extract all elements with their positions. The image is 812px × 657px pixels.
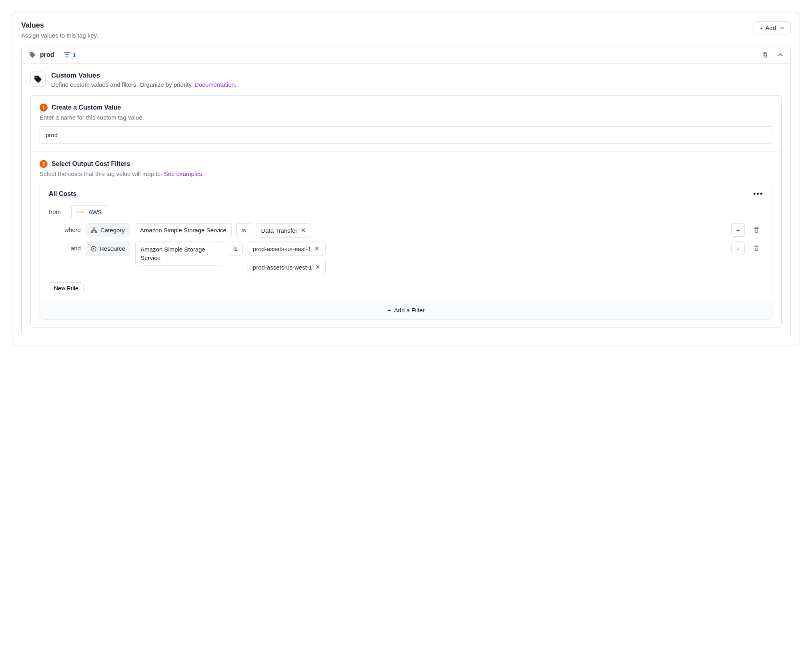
- step-1-desc: Enter a name for this custom tag value.: [40, 114, 772, 121]
- value-west-chip[interactable]: prod-assets-us-west-1 ✕: [248, 260, 326, 274]
- delete-rule-button-1[interactable]: [750, 223, 763, 237]
- add-button-label: Add: [765, 24, 776, 31]
- field-resource-label: Resource: [100, 245, 125, 252]
- hierarchy-icon: [91, 228, 97, 233]
- operator-is-1[interactable]: is: [236, 223, 251, 237]
- from-row: from AWS: [49, 205, 763, 219]
- custom-values-head: Custom Values Define custom values and f…: [30, 72, 782, 88]
- svg-point-4: [93, 248, 94, 250]
- svg-rect-2: [95, 231, 97, 233]
- value-card-header: prod | 1: [22, 46, 790, 64]
- add-condition-button-2[interactable]: +: [731, 242, 745, 255]
- where-keyword: where: [57, 223, 81, 233]
- field-resource-chip[interactable]: Resource: [86, 242, 130, 256]
- delete-rule-button-2[interactable]: [750, 242, 763, 255]
- more-menu-button[interactable]: •••: [753, 190, 763, 198]
- values-panel: Values Assign values to this tag key. + …: [12, 12, 800, 345]
- custom-value-name-input[interactable]: [40, 126, 772, 144]
- divider: |: [58, 52, 60, 58]
- filter-icon: [64, 52, 70, 58]
- plus-icon: +: [760, 24, 763, 31]
- field-category-chip[interactable]: Category: [86, 223, 130, 237]
- resource-icon: [91, 246, 96, 252]
- step-1: 1 Create a Custom Value Enter a name for…: [31, 96, 781, 152]
- filter-box-header: All Costs •••: [40, 183, 772, 201]
- remove-value-east-button[interactable]: ✕: [314, 245, 320, 252]
- value-data-transfer-label: Data Transfer: [261, 227, 298, 234]
- operator-is-2[interactable]: is: [228, 242, 243, 256]
- tag-solid-icon: [30, 72, 46, 87]
- context-s3-chip-2[interactable]: Amazon Simple Storage Service: [135, 242, 223, 266]
- see-examples-link[interactable]: See examples.: [164, 170, 204, 177]
- new-rule-button[interactable]: New Rule: [49, 282, 84, 294]
- add-condition-button-1[interactable]: +: [731, 223, 745, 237]
- remove-value-button[interactable]: ✕: [301, 227, 306, 234]
- aws-icon: [76, 210, 85, 215]
- remove-value-west-button[interactable]: ✕: [315, 264, 320, 271]
- step-1-title: Create a Custom Value: [52, 104, 121, 111]
- add-filter-label: Add a Filter: [394, 307, 425, 314]
- add-button[interactable]: + Add: [754, 21, 791, 34]
- svg-rect-1: [91, 231, 93, 233]
- value-west-label: prod-assets-us-west-1: [253, 264, 312, 271]
- value-card: prod | 1: [21, 46, 791, 336]
- all-costs-title: All Costs: [49, 190, 76, 198]
- cost-filter-box: All Costs ••• from AWS: [40, 183, 772, 320]
- and-keyword: and: [57, 242, 81, 252]
- from-keyword: from: [49, 205, 66, 215]
- add-filter-button[interactable]: + Add a Filter: [40, 301, 772, 319]
- panel-subtitle: Assign values to this tag key.: [21, 32, 98, 39]
- step-1-badge: 1: [40, 104, 48, 112]
- step-2-badge: 2: [40, 160, 48, 168]
- delete-value-button[interactable]: [762, 51, 769, 58]
- step-2: 2 Select Output Cost Filters Select the …: [31, 152, 781, 328]
- filter-count-badge[interactable]: 1: [64, 52, 76, 58]
- collapse-button[interactable]: [778, 52, 783, 58]
- rules-container: from AWS where: [40, 205, 772, 301]
- provider-label: AWS: [88, 209, 102, 216]
- filter-count-number: 1: [72, 52, 76, 58]
- panel-header: Values Assign values to this tag key. + …: [21, 21, 791, 39]
- value-east-label: prod-assets-us-east-1: [253, 246, 311, 252]
- rule-row-1: where Category Amazon Simple Storage Ser…: [49, 223, 763, 238]
- field-category-label: Category: [100, 227, 125, 234]
- documentation-link[interactable]: Documentation.: [194, 81, 236, 88]
- svg-rect-0: [93, 228, 95, 229]
- step-2-title: Select Output Cost Filters: [52, 160, 130, 168]
- value-east-chip[interactable]: prod-assets-us-east-1 ✕: [248, 242, 326, 256]
- custom-values-subtitle: Define custom values and filters. Organi…: [51, 81, 236, 88]
- provider-chip[interactable]: AWS: [71, 205, 107, 219]
- context-s3-chip[interactable]: Amazon Simple Storage Service: [135, 223, 232, 237]
- tag-icon: [29, 51, 36, 58]
- plus-icon: +: [387, 307, 391, 314]
- value-data-transfer-chip[interactable]: Data Transfer ✕: [256, 223, 311, 238]
- panel-title: Values: [21, 21, 98, 30]
- custom-values-body: Custom Values Define custom values and f…: [22, 64, 790, 336]
- rule-row-2: and Resource Amazon Simple Storage Servi…: [49, 242, 763, 274]
- steps-container: 1 Create a Custom Value Enter a name for…: [30, 95, 782, 328]
- step-2-desc: Select the costs that this tag value wil…: [40, 170, 772, 177]
- custom-values-title: Custom Values: [51, 72, 236, 80]
- chevron-down-icon: [780, 26, 785, 30]
- value-name: prod: [40, 51, 54, 58]
